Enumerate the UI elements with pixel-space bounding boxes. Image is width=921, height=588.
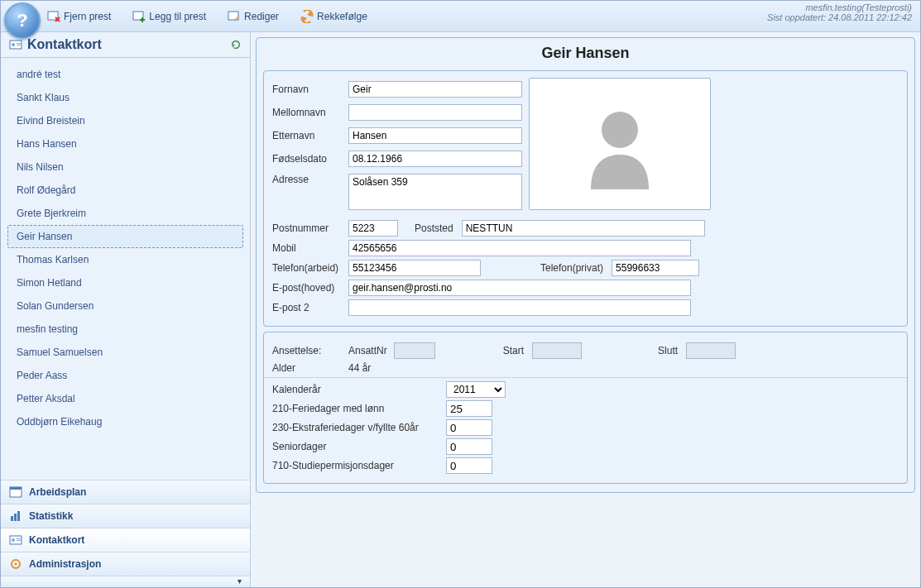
sidebar-header: Kontaktkort [1, 32, 250, 58]
label-epost2: E-post 2 [272, 302, 343, 313]
list-item[interactable]: Geir Hansen [7, 225, 243, 248]
epost-hoved-field[interactable] [348, 280, 691, 296]
order-icon [300, 10, 314, 23]
svg-rect-14 [17, 538, 21, 539]
remove-icon [47, 10, 60, 23]
label-start: Start [503, 345, 524, 356]
list-item[interactable]: Petter Aksdal [7, 387, 243, 410]
label-alder: Alder [272, 362, 343, 374]
label-fornavn: Fornavn [272, 84, 343, 95]
page-title: Geir Hansen [263, 41, 908, 70]
postnummer-field[interactable] [348, 220, 398, 237]
ekstraferie-field[interactable] [446, 419, 492, 436]
list-item[interactable]: Nils Nilsen [7, 155, 243, 179]
list-item[interactable]: Peder Aass [7, 364, 243, 387]
label-slutt: Slutt [658, 345, 678, 356]
label-seniordager: Seniordager [272, 441, 446, 452]
nav-label: Arbeidsplan [29, 486, 86, 498]
list-item[interactable]: Rolf Ødegård [7, 179, 243, 202]
list-item[interactable]: Solan Gundersen [7, 294, 243, 318]
order-button[interactable]: Rekkefølge [295, 8, 372, 25]
nav-label: Administrasjon [29, 558, 101, 570]
label-ansettelse: Ansettelse: [272, 345, 343, 356]
label-adresse: Adresse [272, 174, 343, 185]
list-item[interactable]: Simon Hetland [7, 271, 243, 294]
poststed-field[interactable] [462, 220, 705, 237]
nav-administrasjon[interactable]: Administrasjon [1, 552, 250, 576]
help-button[interactable]: ? [4, 2, 41, 39]
stats-icon [9, 509, 22, 523]
list-item[interactable]: Grete Bjerkreim [7, 202, 243, 225]
label-fodselsdato: Fødselsdato [272, 153, 343, 165]
add-icon [132, 10, 146, 23]
studieperm-field[interactable] [446, 457, 492, 474]
label-epost-hoved: E-post(hoved) [272, 282, 343, 294]
label-etternavn: Etternavn [272, 130, 343, 141]
remove-priest-button[interactable]: Fjern prest [42, 8, 116, 25]
user-label: mesfin.testing(Testeprosti) [767, 2, 912, 12]
nav-expand[interactable]: ▾ [1, 576, 250, 587]
label-ansattnr: AnsattNr [348, 345, 387, 356]
list-item[interactable]: Sankt Klaus [7, 86, 243, 109]
nav-label: Kontaktkort [29, 534, 84, 546]
nav-label: Statistikk [29, 510, 73, 522]
svg-rect-9 [11, 516, 13, 521]
feriedager-field[interactable] [446, 400, 492, 417]
svg-point-4 [12, 43, 15, 46]
svg-rect-10 [14, 514, 17, 521]
edit-button[interactable]: Rediger [223, 8, 284, 25]
label-poststed: Poststed [415, 222, 453, 234]
list-item[interactable]: Thomas Karlsen [7, 248, 243, 271]
svg-point-13 [12, 538, 15, 542]
toolbar-label: Fjern prest [64, 11, 111, 22]
start-field[interactable] [532, 342, 582, 359]
label-kalenderar: Kalenderår [272, 384, 446, 395]
mellomnavn-field[interactable] [348, 104, 522, 121]
seniordager-field[interactable] [446, 438, 492, 455]
fodselsdato-field[interactable] [348, 151, 522, 167]
label-mobil: Mobil [272, 242, 343, 254]
avatar-placeholder-icon [578, 98, 661, 189]
sidebar-title: Kontaktkort [27, 37, 102, 52]
toolbar-label: Rediger [244, 11, 279, 22]
nav-kontaktkort[interactable]: Kontaktkort [1, 528, 250, 552]
telefon-arbeid-field[interactable] [348, 260, 481, 276]
calendar-icon [9, 485, 22, 499]
nav-statistikk[interactable]: Statistikk [1, 504, 250, 528]
label-ekstraferie: 230-Ekstraferiedager v/fyllte 60år [272, 422, 446, 433]
etternavn-field[interactable] [348, 127, 522, 144]
epost2-field[interactable] [348, 299, 691, 316]
list-item[interactable]: Hans Hansen [7, 132, 243, 155]
svg-rect-8 [10, 487, 22, 490]
mobil-field[interactable] [348, 240, 691, 256]
label-telefon-privat: Telefon(privat) [540, 262, 603, 274]
list-item[interactable]: Samuel Samuelsen [7, 341, 243, 364]
toolbar-label: Rekkefølge [317, 11, 367, 22]
refresh-icon[interactable] [230, 39, 242, 50]
fornavn-field[interactable] [348, 81, 522, 98]
ansattnr-field[interactable] [394, 342, 435, 359]
svg-rect-5 [17, 43, 21, 44]
add-priest-button[interactable]: Legg til prest [127, 8, 211, 25]
svg-rect-6 [17, 45, 21, 45]
kalenderar-select[interactable]: 2011 [446, 381, 506, 398]
slutt-field[interactable] [686, 342, 736, 359]
list-item[interactable]: Oddbjørn Eikehaug [7, 410, 243, 433]
contact-icon [9, 533, 22, 547]
label-studieperm: 710-Studiepermisjonsdager [272, 460, 446, 471]
list-item[interactable]: mesfin testing [7, 318, 243, 341]
svg-point-19 [602, 112, 638, 148]
alder-value: 44 år [348, 362, 371, 374]
list-item[interactable]: Eivind Breistein [7, 109, 243, 132]
label-postnummer: Postnummer [272, 222, 343, 234]
adresse-field[interactable]: Solåsen 359 [348, 174, 522, 210]
updated-label: Sist oppdatert: 24.08.2011 22:12:42 [767, 12, 912, 22]
svg-rect-11 [17, 511, 20, 521]
telefon-privat-field[interactable] [612, 260, 699, 276]
list-item[interactable]: andré test [7, 63, 243, 86]
contact-card: Geir Hansen Fornavn Mellomnavn [256, 37, 915, 493]
label-telefon-arbeid: Telefon(arbeid) [272, 262, 343, 274]
photo-box [529, 78, 711, 210]
nav-arbeidsplan[interactable]: Arbeidsplan [1, 480, 250, 504]
contact-list: andré testSankt KlausEivind BreisteinHan… [1, 58, 250, 480]
